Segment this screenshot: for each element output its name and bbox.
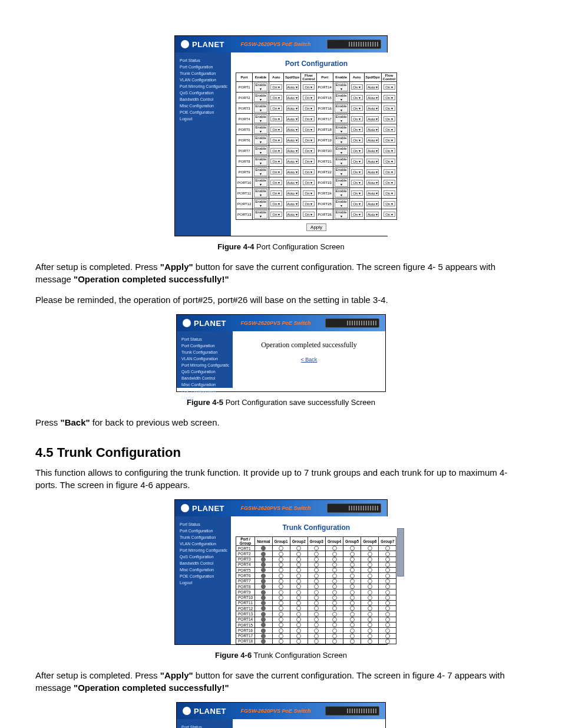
dropdown[interactable]: On ▾ — [351, 159, 363, 164]
dropdown[interactable]: Enable ▾ — [254, 93, 267, 102]
radio[interactable] — [314, 639, 319, 644]
radio[interactable] — [296, 612, 301, 617]
dropdown[interactable]: Auto ▾ — [366, 127, 379, 132]
dropdown[interactable]: Auto ▾ — [366, 169, 379, 174]
dropdown[interactable]: Enable ▾ — [335, 157, 348, 166]
radio[interactable] — [261, 634, 266, 638]
dropdown[interactable]: Auto ▾ — [286, 116, 299, 121]
back-link[interactable]: < Back — [301, 357, 318, 363]
dropdown[interactable]: Auto ▾ — [366, 95, 379, 100]
dropdown[interactable]: On ▾ — [384, 127, 395, 132]
dropdown[interactable]: On ▾ — [303, 95, 315, 100]
radio[interactable] — [332, 557, 337, 562]
radio[interactable] — [279, 617, 283, 622]
radio[interactable] — [296, 606, 301, 611]
dropdown[interactable]: Auto ▾ — [286, 84, 299, 90]
dropdown[interactable]: On ▾ — [351, 190, 363, 196]
radio[interactable] — [279, 590, 283, 595]
radio[interactable] — [261, 590, 266, 595]
radio[interactable] — [350, 579, 355, 584]
dropdown[interactable]: Auto ▾ — [286, 137, 299, 143]
dropdown[interactable]: On ▾ — [384, 212, 395, 217]
dropdown[interactable]: Auto ▾ — [366, 201, 379, 206]
dropdown[interactable]: Auto ▾ — [366, 84, 379, 90]
radio[interactable] — [368, 562, 372, 567]
dropdown[interactable]: On ▾ — [303, 201, 315, 206]
dropdown[interactable]: On ▾ — [384, 116, 395, 121]
dropdown[interactable]: On ▾ — [303, 180, 315, 185]
radio[interactable] — [385, 595, 390, 600]
radio[interactable] — [296, 617, 301, 622]
dropdown[interactable]: On ▾ — [351, 106, 363, 111]
radio[interactable] — [385, 617, 390, 622]
dropdown[interactable]: On ▾ — [384, 106, 395, 111]
radio[interactable] — [279, 579, 283, 584]
radio[interactable] — [332, 622, 337, 627]
radio[interactable] — [279, 546, 283, 551]
nav-mirror-config[interactable]: Port Mirroring Configuration — [180, 547, 227, 554]
dropdown[interactable]: On ▾ — [270, 84, 282, 90]
dropdown[interactable]: On ▾ — [270, 159, 282, 164]
dropdown[interactable]: On ▾ — [270, 116, 282, 121]
nav-port-config[interactable]: Port Configuration — [181, 342, 229, 349]
nav-vlan-config[interactable]: VLAN Configuration — [180, 77, 227, 83]
radio[interactable] — [332, 584, 337, 589]
dropdown[interactable]: On ▾ — [303, 127, 315, 132]
radio[interactable] — [314, 617, 319, 622]
radio[interactable] — [332, 639, 337, 644]
radio[interactable] — [350, 628, 355, 633]
dropdown[interactable]: Enable ▾ — [254, 157, 267, 166]
dropdown[interactable]: On ▾ — [303, 190, 315, 196]
nav-port-config[interactable]: Port Configuration — [180, 528, 227, 534]
dropdown[interactable]: On ▾ — [351, 95, 363, 100]
radio[interactable] — [279, 612, 283, 617]
radio[interactable] — [332, 601, 337, 605]
radio[interactable] — [279, 601, 283, 605]
radio[interactable] — [350, 622, 355, 627]
radio[interactable] — [261, 639, 266, 644]
dropdown[interactable]: Auto ▾ — [286, 180, 299, 185]
radio[interactable] — [385, 628, 390, 633]
nav-qos-config[interactable]: QoS Configuration — [180, 90, 227, 96]
dropdown[interactable]: Auto ▾ — [286, 159, 299, 164]
dropdown[interactable]: Enable ▾ — [254, 104, 267, 113]
radio[interactable] — [279, 622, 283, 627]
radio[interactable] — [332, 634, 337, 638]
nav-vlan-config[interactable]: VLAN Configuration — [181, 355, 229, 362]
radio[interactable] — [385, 612, 390, 617]
dropdown[interactable]: On ▾ — [270, 148, 282, 153]
radio[interactable] — [296, 601, 301, 605]
radio[interactable] — [261, 562, 266, 567]
radio[interactable] — [296, 579, 301, 584]
dropdown[interactable]: Enable ▾ — [335, 114, 348, 123]
radio[interactable] — [332, 590, 337, 595]
radio[interactable] — [368, 606, 372, 611]
radio[interactable] — [314, 595, 319, 600]
radio[interactable] — [332, 628, 337, 633]
radio[interactable] — [314, 606, 319, 611]
dropdown[interactable]: Enable ▾ — [335, 189, 348, 197]
radio[interactable] — [385, 552, 390, 556]
dropdown[interactable]: On ▾ — [384, 169, 395, 174]
radio[interactable] — [261, 584, 266, 589]
dropdown[interactable]: On ▾ — [270, 201, 282, 206]
radio[interactable] — [261, 622, 266, 627]
nav-poe-config[interactable]: POE Configuration — [180, 573, 227, 579]
radio[interactable] — [314, 557, 319, 562]
radio[interactable] — [279, 606, 283, 611]
radio[interactable] — [350, 634, 355, 638]
radio[interactable] — [261, 595, 266, 600]
dropdown[interactable]: On ▾ — [303, 159, 315, 164]
dropdown[interactable]: Enable ▾ — [254, 136, 267, 144]
radio[interactable] — [368, 628, 372, 633]
radio[interactable] — [368, 579, 372, 584]
dropdown[interactable]: Enable ▾ — [254, 178, 267, 187]
radio[interactable] — [314, 546, 319, 551]
dropdown[interactable]: Auto ▾ — [366, 212, 379, 217]
radio[interactable] — [314, 601, 319, 605]
radio[interactable] — [368, 634, 372, 638]
radio[interactable] — [332, 612, 337, 617]
radio[interactable] — [350, 568, 355, 572]
nav-mirror-config[interactable]: Port Mirroring Configuration — [181, 362, 229, 368]
dropdown[interactable]: Auto ▾ — [286, 169, 299, 174]
